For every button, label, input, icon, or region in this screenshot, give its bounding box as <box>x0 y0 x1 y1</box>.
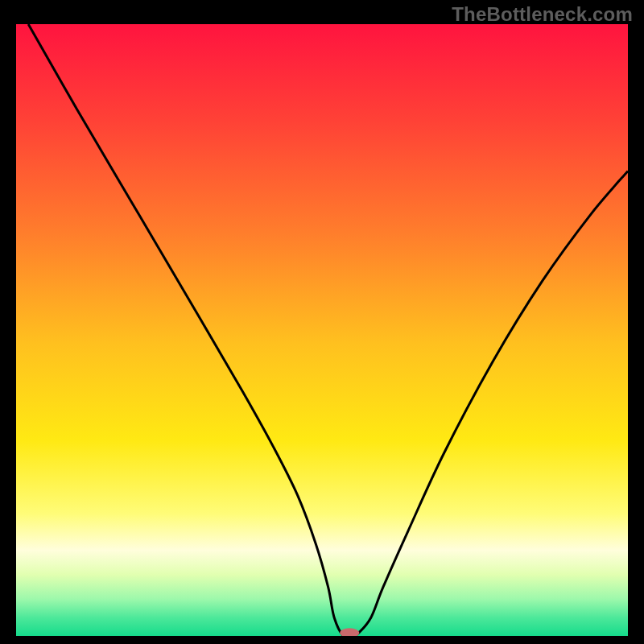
plot-svg <box>16 24 628 636</box>
watermark-text: TheBottleneck.com <box>452 3 633 26</box>
gradient-background <box>16 24 628 636</box>
chart-container: TheBottleneck.com <box>0 0 644 644</box>
bottleneck-plot <box>16 24 628 636</box>
